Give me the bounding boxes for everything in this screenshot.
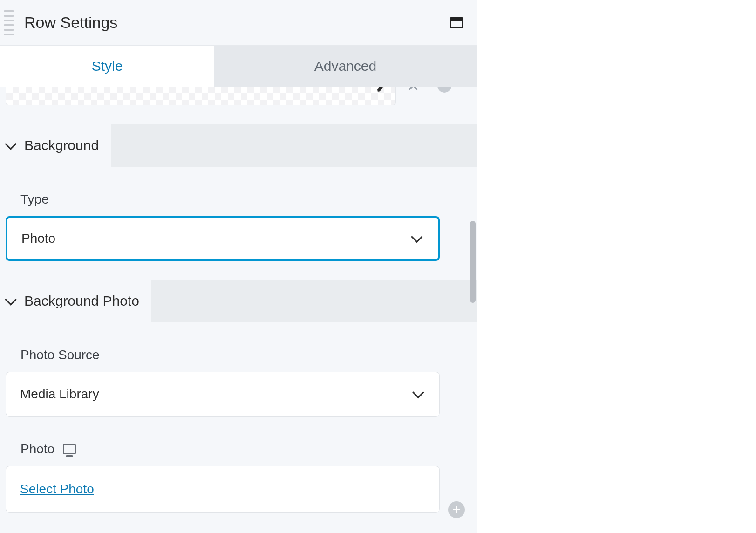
panel-title: Row Settings [20, 14, 450, 32]
circle-icon [437, 87, 451, 93]
section-title-background-photo: Background Photo [24, 293, 139, 309]
chevron-down-icon [412, 387, 424, 398]
window-icon[interactable] [450, 17, 463, 28]
panel-body: ✕ Background Type Photo [0, 87, 477, 533]
select-background-type[interactable]: Photo [6, 216, 440, 261]
tab-bar: Style Advanced [0, 46, 477, 87]
section-background: Background Type Photo [0, 124, 477, 261]
canvas-area [477, 0, 756, 102]
scrollbar[interactable] [470, 130, 476, 429]
drag-handle-icon[interactable] [4, 10, 14, 35]
chevron-down-icon [5, 138, 16, 150]
select-photo-link[interactable]: Select Photo [20, 482, 94, 497]
section-background-photo: Background Photo Photo Source Media Libr… [0, 280, 477, 512]
settings-panel: Row Settings Style Advanced ✕ [0, 0, 477, 533]
select-photo-source[interactable]: Media Library [6, 372, 440, 417]
close-icon[interactable]: ✕ [407, 87, 420, 95]
label-photo-source: Photo Source [20, 348, 456, 362]
section-title-background: Background [24, 137, 99, 153]
section-heading-background-photo[interactable]: Background Photo [0, 280, 477, 322]
section-heading-background[interactable]: Background [0, 124, 477, 167]
desktop-icon[interactable] [63, 444, 76, 454]
tab-style[interactable]: Style [0, 46, 214, 87]
add-icon[interactable]: + [448, 501, 465, 518]
scrollbar-thumb[interactable] [470, 221, 476, 303]
pencil-icon [374, 87, 390, 94]
select-photo-box[interactable]: Select Photo [6, 466, 440, 512]
label-photo: Photo [20, 442, 456, 457]
panel-header: Row Settings [0, 0, 477, 46]
chevron-down-icon [411, 231, 422, 243]
select-photo-source-value: Media Library [20, 387, 99, 402]
select-background-type-value: Photo [21, 231, 55, 246]
label-type: Type [20, 192, 456, 207]
chevron-down-icon [5, 294, 16, 305]
tab-advanced[interactable]: Advanced [214, 46, 477, 87]
color-transparency-preview[interactable]: ✕ [6, 87, 396, 105]
